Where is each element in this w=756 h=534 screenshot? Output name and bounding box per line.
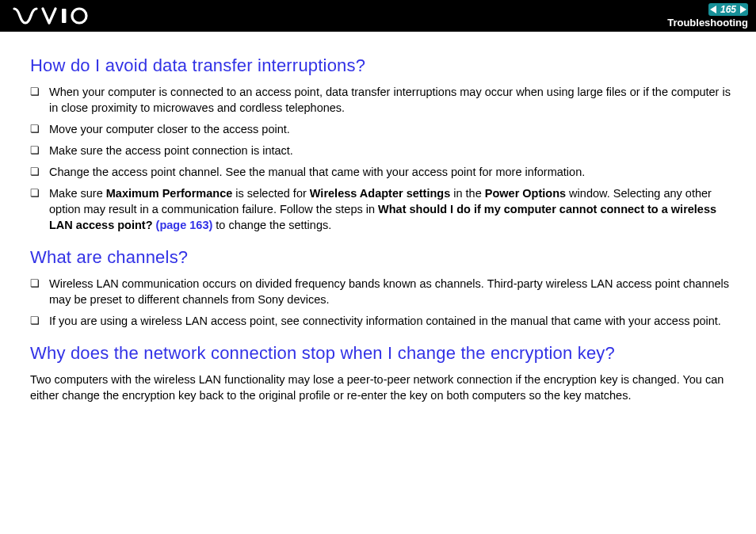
heading-q2: What are channels? [30,247,737,268]
header-bar: 165 Troubleshooting [0,0,756,32]
page-content: How do I avoid data transfer interruptio… [0,32,756,425]
q2-list: Wireless LAN communication occurs on div… [30,276,737,329]
q3-paragraph: Two computers with the wireless LAN func… [30,372,737,403]
svg-point-1 [72,9,86,23]
list-item: Wireless LAN communication occurs on div… [30,276,737,307]
heading-q3: Why does the network connection stop whe… [30,343,737,364]
list-item: Move your computer closer to the access … [30,121,737,137]
section-label: Troubleshooting [667,17,748,29]
page-number: 165 [720,4,736,15]
prev-page-icon[interactable] [710,6,716,13]
text-span: Make sure [49,187,106,200]
q1-list: When your computer is connected to an ac… [30,84,737,233]
heading-q1: How do I avoid data transfer interruptio… [30,55,737,76]
text-span: is selected for [232,187,310,200]
list-item: Change the access point channel. See the… [30,164,737,180]
svg-rect-0 [62,9,67,23]
next-page-icon[interactable] [740,6,746,13]
list-item: Make sure Maximum Performance is selecte… [30,185,737,233]
header-right: 165 Troubleshooting [667,3,748,29]
list-item: When your computer is connected to an ac… [30,84,737,116]
list-item: If you are using a wireless LAN access p… [30,313,737,329]
list-item: Make sure the access point connection is… [30,143,737,158]
bold-text: Maximum Performance [106,187,233,200]
page-link[interactable]: (page 163) [156,219,213,231]
vaio-logo [13,7,92,25]
text-span: in the [450,187,485,200]
text-span: to change the settings. [212,219,331,231]
bold-text: Wireless Adapter settings [310,187,450,200]
page-number-pill[interactable]: 165 [708,3,748,16]
bold-text: Power Options [485,187,566,200]
